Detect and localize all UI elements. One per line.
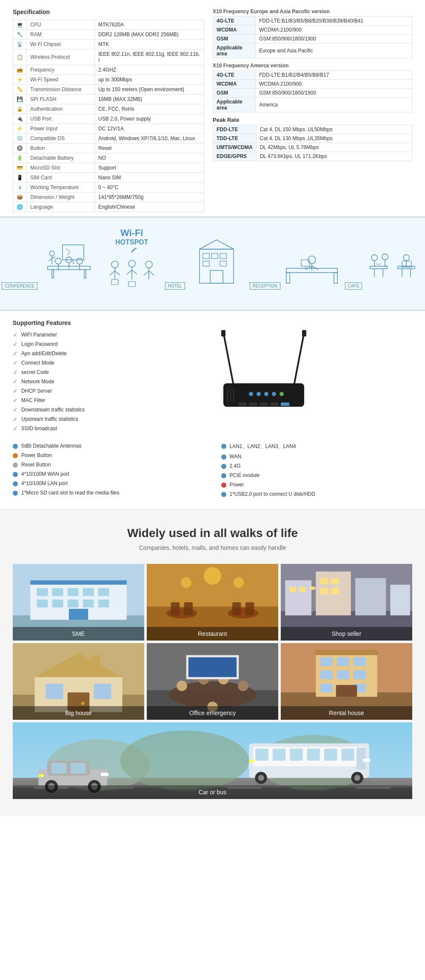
spec-left: Specification 💻 CPU MTK7620A 🔧 RAM DDR2 …: [13, 9, 204, 212]
life-card: Office emergency: [147, 643, 278, 720]
router-spec-text: PCIE module: [230, 472, 260, 478]
svg-line-62: [223, 332, 234, 388]
svg-rect-143: [337, 657, 349, 666]
life-card-label: Restaurant: [147, 627, 278, 641]
feature-label: secret Code: [21, 369, 49, 375]
check-icon: ✓: [13, 350, 18, 357]
svg-point-72: [264, 392, 268, 396]
peak-label: EDGE/GPRS: [213, 152, 257, 161]
peak-value: DL 473.6Kbps, UL 171.2Kbps: [256, 152, 412, 161]
spec-value: up to 300Mbps: [95, 75, 204, 85]
svg-line-64: [294, 332, 304, 388]
spec-label: SIM Card: [27, 173, 95, 183]
svg-line-11: [66, 248, 70, 251]
svg-rect-89: [37, 600, 48, 608]
router-specs: 5dBi Detachable AntennasPower ButtonRese…: [0, 443, 425, 509]
svg-rect-146: [337, 670, 349, 679]
router-spec-item: 4*10/100M LAN port: [13, 480, 204, 486]
spec-table: 💻 CPU MTK7620A 🔧 RAM DDR2 128MB (MAX DDR…: [13, 20, 204, 212]
svg-point-13: [49, 251, 54, 256]
svg-line-28: [149, 271, 154, 275]
spec-label: RAM: [27, 30, 95, 40]
feature-item: ✓Apn add/Edit/Delete: [13, 350, 106, 357]
spec-icon: 📏: [13, 85, 27, 95]
check-icon: ✓: [13, 341, 18, 348]
svg-point-21: [128, 260, 135, 267]
spec-icon: 📋: [13, 49, 27, 65]
life-grid: SME Restaurant: [13, 564, 412, 720]
spec-value: CE, FCC, RoHs: [95, 104, 204, 114]
spec-section: Specification 💻 CPU MTK7620A 🔧 RAM DDR2 …: [0, 0, 425, 216]
features-section: Supporting Features ✓WiFI Parameter✓Logi…: [0, 311, 425, 443]
wifi-icon: [126, 246, 138, 255]
freq-label: 4G-LTE: [213, 17, 256, 26]
spec-icon: 🔒: [13, 104, 27, 114]
svg-point-99: [234, 577, 244, 588]
spec-value: Nano SIM: [95, 173, 204, 183]
scenario-conference: CONFERENCE: [2, 236, 99, 291]
svg-point-58: [403, 255, 409, 261]
svg-line-45: [312, 266, 318, 270]
spec-value: DC 12V/1A: [95, 124, 204, 134]
spec-value: Support: [95, 163, 204, 173]
freq-row: WCDMAWCDMA:2100/900: [213, 26, 412, 34]
cafe-illustration: [364, 236, 423, 287]
scenario-reception: RECEPTION: [250, 236, 342, 291]
router-spec-text: 2.4G: [230, 463, 241, 469]
spec-value: 2.4GHZ: [95, 65, 204, 75]
svg-rect-179: [307, 749, 320, 761]
people-illustration: [102, 256, 162, 299]
spec-label: Frequency: [27, 65, 95, 75]
peak-row: EDGE/GPRSDL 473.6Kbps, UL 171.2Kbps: [213, 152, 412, 161]
svg-rect-9: [63, 245, 84, 260]
hotspot-text: HOTSPOT: [102, 239, 162, 246]
router-specs-left-col: 5dBi Detachable AntennasPower ButtonRese…: [13, 443, 204, 500]
svg-point-119: [309, 586, 316, 590]
svg-point-98: [181, 577, 191, 588]
bullet: [13, 453, 18, 458]
life-wide-wrapper: Car or bus: [13, 722, 412, 799]
spec-value: English/Chinese: [95, 202, 204, 212]
life-card: Big house: [13, 643, 144, 720]
life-subtitle: Companies, hotels, malls, and homes can …: [13, 544, 412, 551]
spec-value: Android, Windows XP/7/8.1/10, Mac, Linux: [95, 134, 204, 144]
svg-rect-125: [94, 684, 111, 699]
spec-label: Language: [27, 202, 95, 212]
svg-rect-147: [354, 670, 366, 679]
check-icon: ✓: [13, 406, 18, 413]
spec-label: Dimension / Weight: [27, 193, 95, 202]
spec-value: 16MB (MAX 32MB): [95, 95, 204, 104]
spec-row: 📡 Wi-Fi Chipset MTK: [13, 40, 204, 49]
feature-item: ✓DHCP Server: [13, 388, 106, 394]
spec-row: 🔌 USB Port USB 2.0, Power supply: [13, 114, 204, 124]
spec-row: 📦 Dimension / Weight 141*85*26MM/750g: [13, 193, 204, 202]
check-icon: ✓: [13, 416, 18, 422]
svg-rect-173: [39, 774, 44, 777]
feature-label: Login Password: [21, 341, 57, 347]
america-freq-table: 4G-LTEFDD-LTE:B1/B2/B4/B5/B8/B17WCDMAWCD…: [213, 70, 412, 112]
freq-value: America: [256, 98, 412, 112]
check-icon: ✓: [13, 359, 18, 366]
car-bus-card: Car or bus: [13, 722, 412, 799]
peak-row: UMTS/WCDMADL 42Mbps, UL 5.76Mbps: [213, 143, 412, 152]
wifi-text: Wi-Fi: [102, 227, 162, 239]
svg-rect-77: [260, 402, 268, 406]
feature-label: Upstream traffic statistics: [21, 416, 78, 422]
freq-value: WCDMA:2100/900: [256, 26, 412, 34]
svg-rect-35: [220, 253, 226, 259]
spec-row: 🌐 Language English/Chinese: [13, 202, 204, 212]
svg-rect-83: [30, 581, 127, 585]
bullet: [221, 492, 226, 497]
svg-line-19: [110, 271, 115, 275]
freq-label: Applicable area: [213, 43, 256, 58]
svg-rect-94: [69, 609, 88, 620]
router-spec-text: 5dBi Detachable Antennas: [21, 443, 81, 449]
svg-rect-78: [270, 402, 279, 406]
svg-rect-112: [290, 587, 296, 592]
peak-row: TDD-LTECat 4, DL 130 Mbps ,UL35Mbps: [213, 134, 412, 143]
spec-row: 📏 Transmission Distance Up to 150 meters…: [13, 85, 204, 95]
life-section: Widely used in all walks of life Compani…: [0, 509, 425, 816]
spec-icon: 🌐: [13, 202, 27, 212]
svg-point-54: [371, 255, 377, 261]
router-spec-item: WAN: [221, 454, 413, 460]
